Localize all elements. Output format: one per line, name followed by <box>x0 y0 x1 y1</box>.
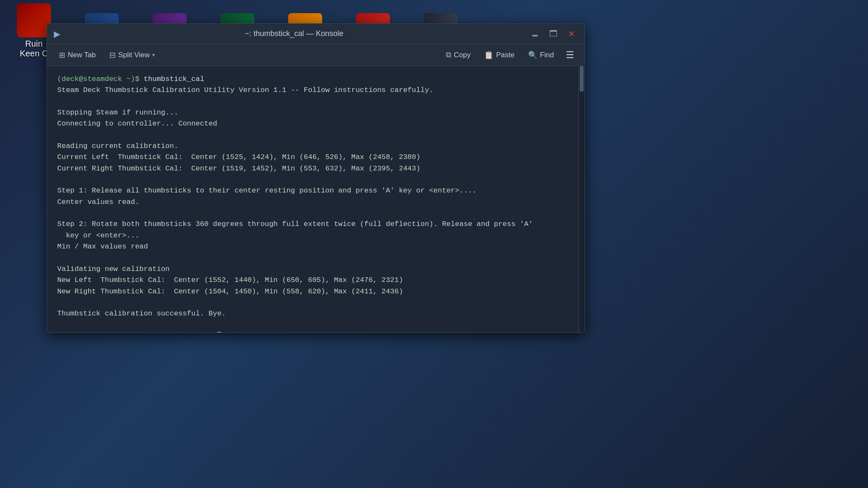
find-button[interactable]: 🔍 Find <box>523 48 559 62</box>
terminal-line: Min / Max values read <box>57 243 148 251</box>
copy-label: Copy <box>454 51 471 59</box>
terminal-line: Thumbstick calibration successful. Bye. <box>57 310 226 318</box>
terminal-command: thumbstick_cal <box>144 75 204 83</box>
window-title: ~: thumbstick_cal — Konsole <box>60 29 528 38</box>
new-tab-label: New Tab <box>68 51 96 59</box>
scrollbar[interactable] <box>579 66 584 332</box>
minimize-button[interactable]: 🗕 <box>528 27 542 40</box>
terminal-line: New Right Thumbstick Cal: Center (1504, … <box>57 287 403 296</box>
split-view-label: Split View <box>118 51 150 59</box>
terminal-cursor <box>217 332 221 332</box>
terminal-line: Steam Deck Thumbstick Calibration Utilit… <box>57 86 434 94</box>
new-tab-button[interactable]: ⊞ New Tab <box>54 48 101 62</box>
split-view-chevron: ▾ <box>152 52 155 58</box>
paste-icon: 📋 <box>484 50 493 60</box>
desktop: RuinKeen C Commander Hogwarts Nightingal… <box>0 0 868 488</box>
ruin-icon <box>17 3 51 37</box>
toolbar: ⊞ New Tab ⊟ Split View ▾ ⧉ Copy 📋 Paste … <box>47 44 584 66</box>
terminal-line: Stopping Steam if running... <box>57 109 178 117</box>
terminal-area: (deck@steamdeck ~)$ thumbstick_cal Steam… <box>47 66 584 332</box>
title-bar: ▶ ~: thumbstick_cal — Konsole 🗕 🗖 ✕ <box>47 24 584 44</box>
title-bar-right: 🗕 🗖 ✕ <box>528 27 578 41</box>
split-view-icon: ⊟ <box>109 50 116 60</box>
find-label: Find <box>540 51 554 59</box>
split-view-button[interactable]: ⊟ Split View ▾ <box>104 48 160 62</box>
copy-button[interactable]: ⧉ Copy <box>441 48 476 62</box>
terminal-line: Validating new calibration <box>57 265 170 273</box>
terminal-output[interactable]: (deck@steamdeck ~)$ thumbstick_cal Steam… <box>47 66 579 332</box>
terminal-line: key or <enter>... <box>57 231 139 240</box>
new-tab-icon: ⊞ <box>59 50 65 60</box>
terminal-line: Done. Press 'A' or <enter> to exit... <box>57 332 217 332</box>
konsole-window: ▶ ~: thumbstick_cal — Konsole 🗕 🗖 ✕ ⊞ Ne… <box>47 23 585 333</box>
terminal-line: Step 1: Release all thumbsticks to their… <box>57 187 477 195</box>
terminal-line: Step 2: Rotate both thumbsticks 360 degr… <box>57 220 533 228</box>
terminal-prompt: (deck@steamdeck ~)$ <box>57 75 144 83</box>
scrollbar-thumb[interactable] <box>580 66 584 92</box>
terminal-icon: ▶ <box>54 29 60 39</box>
menu-button[interactable]: ☰ <box>562 48 578 62</box>
copy-icon: ⧉ <box>446 50 451 59</box>
terminal-line: Center values read. <box>57 198 139 206</box>
terminal-line: Current Right Thumbstick Cal: Center (15… <box>57 165 420 173</box>
find-icon: 🔍 <box>528 50 537 60</box>
close-button[interactable]: ✕ <box>565 27 578 41</box>
title-bar-left: ▶ <box>54 29 60 39</box>
terminal-line: Current Left Thumbstick Cal: Center (152… <box>57 153 420 161</box>
terminal-line: Connecting to controller... Connected <box>57 120 217 128</box>
terminal-line: Reading current calibration. <box>57 142 178 150</box>
paste-label: Paste <box>496 51 514 59</box>
terminal-line: New Left Thumbstick Cal: Center (1552, 1… <box>57 276 403 284</box>
maximize-button[interactable]: 🗖 <box>547 27 560 40</box>
ruin-label: RuinKeen C <box>20 39 48 59</box>
paste-button[interactable]: 📋 Paste <box>479 48 519 62</box>
